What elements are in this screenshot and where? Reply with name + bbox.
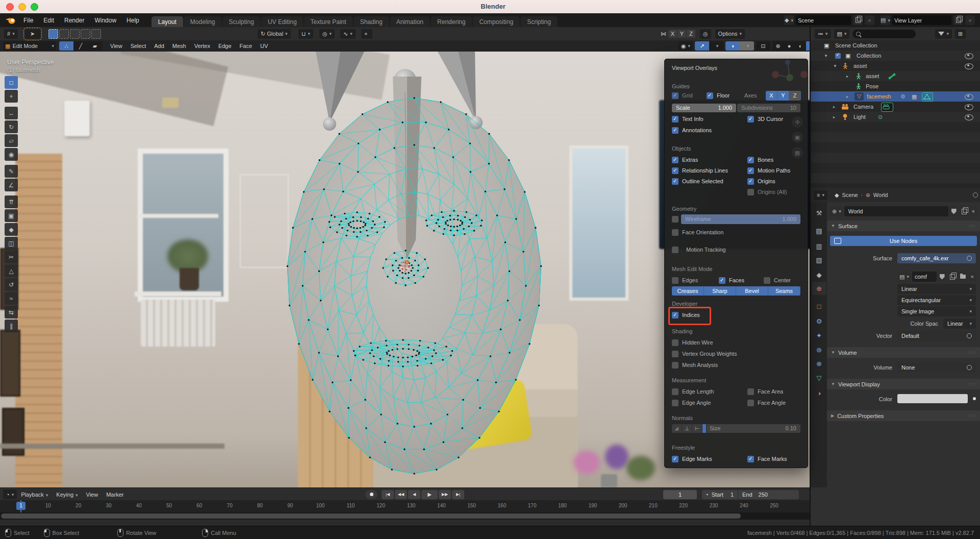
breadcrumb-scene[interactable]: Scene (842, 192, 858, 198)
tool-annotate[interactable]: ✎ (5, 165, 18, 178)
tab-uv-editing[interactable]: UV Editing (261, 16, 304, 27)
wireframe-slider[interactable]: Wireframe1.000 (681, 214, 800, 224)
tab-modifiers[interactable]: ⚙ (812, 314, 826, 328)
tab-modeling[interactable]: Modeling (184, 16, 222, 27)
frame-tick[interactable]: 230 (705, 503, 722, 508)
fake-user-shield-icon[interactable] (949, 206, 959, 216)
frame-tick[interactable]: 120 (372, 503, 390, 508)
menu-file[interactable]: File (18, 13, 38, 27)
surface-value-button[interactable]: comfy_cafe_4k.exr (897, 253, 976, 263)
transform-orientation-dropdown[interactable]: ↻ Global▾ (258, 29, 291, 39)
scene-browse-icon[interactable]: ◆▾ (784, 15, 794, 25)
scene-selector[interactable]: Scene (796, 15, 851, 25)
tool-spin[interactable]: ↺ (5, 278, 18, 291)
volume-panel-header[interactable]: ▼ Volume∷∷ (827, 347, 980, 358)
remove-viewlayer-icon[interactable]: × (965, 15, 975, 25)
eye-icon[interactable] (965, 53, 973, 59)
bones-checkbox[interactable] (747, 157, 754, 163)
face-select-button[interactable]: ▰ (88, 41, 102, 51)
tab-layout[interactable]: Layout (152, 16, 184, 27)
tool-transform[interactable]: ◉ (5, 148, 18, 161)
frame-tick[interactable]: 240 (735, 503, 752, 508)
image-name-field[interactable]: comf (912, 272, 937, 282)
editor-type-button[interactable]: #▾ (4, 29, 18, 39)
tool-knife[interactable]: ✂ (5, 251, 18, 263)
timeline-menu-keying[interactable]: Keying▾ (52, 492, 82, 498)
outliner-filter-type-dropdown[interactable]: ▤▾ (834, 29, 850, 39)
menu-render[interactable]: Render (59, 13, 89, 27)
frame-tick[interactable]: 70 (221, 503, 238, 508)
viewlayer-browse-icon[interactable]: ▤▾ (881, 15, 890, 25)
sharp-button[interactable]: Sharp (704, 286, 736, 296)
custom-properties-panel-header[interactable]: ▶ Custom Properties∷∷ (827, 410, 980, 421)
frame-tick[interactable]: 200 (614, 503, 632, 508)
tool-measure[interactable]: ∠ (5, 179, 18, 191)
tab-texture-paint[interactable]: Texture Paint (304, 16, 354, 27)
solid-shading-button[interactable]: ● (784, 41, 795, 51)
tool-edge-slide[interactable]: ⇆ (5, 306, 18, 318)
timeline-ruler[interactable]: 1102030405060708090100110120130140150160… (0, 500, 810, 512)
viewport-display-panel-header[interactable]: ▼ Viewport Display∷∷ (827, 379, 980, 389)
timeline-menu-view[interactable]: View (82, 492, 103, 498)
eye-icon[interactable] (965, 94, 973, 100)
source-dropdown[interactable]: Single Image▾ (897, 306, 976, 316)
eye-icon[interactable] (965, 63, 973, 69)
menu-window[interactable]: Window (89, 13, 121, 27)
frame-tick[interactable]: 140 (433, 503, 450, 508)
outliner-row-scene-collection[interactable]: ▣ Scene Collection (811, 40, 980, 51)
overlays-toggle[interactable]: ◑ (725, 41, 740, 51)
tab-output[interactable]: ▥ (812, 239, 826, 253)
face-marks-checkbox[interactable] (747, 456, 754, 462)
tool-select-box[interactable]: □ (5, 76, 18, 89)
grid-scale-slider[interactable]: Scale1.000 (672, 104, 736, 112)
wireframe-checkbox[interactable] (672, 216, 679, 223)
show-object-types-dropdown[interactable]: ◉▾ (679, 41, 693, 51)
outliner-row-pose[interactable]: Pose (811, 81, 980, 91)
tab-physics[interactable]: ⊚ (812, 343, 826, 356)
creases-button[interactable]: Creases (672, 286, 704, 296)
snap-dropdown[interactable]: ⊔▾ (298, 29, 313, 39)
start-frame-field[interactable]: Start1 (712, 492, 734, 498)
volume-value-button[interactable]: None (897, 362, 976, 373)
mode-dropdown[interactable]: ▦ Edit Mode▾ (3, 41, 56, 51)
tab-object-data[interactable]: ▽ (812, 371, 826, 384)
current-frame-field[interactable]: 1 (663, 490, 697, 499)
surface-panel-header[interactable]: ▼ Surface∷∷ (827, 220, 980, 231)
end-frame-field[interactable]: End250 (742, 492, 768, 498)
frame-tick[interactable]: 150 (463, 503, 481, 508)
tool-scale[interactable]: ▱ (5, 134, 18, 147)
bevel-button[interactable]: Bevel (736, 286, 768, 296)
tool-inset[interactable]: ▣ (5, 209, 18, 222)
proportional-size-icon[interactable]: ◎ (700, 29, 711, 39)
grid-checkbox[interactable] (672, 92, 679, 99)
frame-tick[interactable]: 220 (675, 503, 692, 508)
view-layer-selector[interactable]: View Layer (892, 15, 951, 25)
tab-sculpting[interactable]: Sculpting (222, 16, 261, 27)
tool-extrude[interactable]: ⇈ (5, 195, 18, 208)
grid-subdivisions-slider[interactable]: Subdivisions10 (737, 104, 800, 112)
play-button[interactable]: ▶ (421, 490, 438, 499)
origins-checkbox[interactable] (747, 178, 754, 185)
relationship-lines-checkbox[interactable] (672, 167, 679, 174)
breadcrumb-world[interactable]: World (873, 192, 888, 198)
frame-tick[interactable]: 10 (39, 503, 57, 508)
proportional-editing-dropdown[interactable]: ◎▾ (319, 29, 335, 39)
select-subtract-button[interactable] (70, 29, 80, 39)
active-tool-icon[interactable]: ➤ (25, 29, 40, 39)
vertex-normals-button[interactable]: ⊿ (672, 424, 682, 433)
tool-cursor[interactable]: + (5, 90, 18, 103)
mirror-z-button[interactable]: Z (687, 30, 696, 38)
viewport-menu-edge[interactable]: Edge (214, 43, 236, 49)
unlink-image-icon[interactable]: × (969, 272, 976, 282)
play-reverse-button[interactable]: ◀ (408, 490, 420, 499)
outliner-row-asset[interactable]: ▼ asset (811, 61, 980, 71)
tab-shading[interactable]: Shading (354, 16, 390, 27)
unlink-datablock-icon[interactable]: × (970, 206, 977, 216)
select-invert-button[interactable] (81, 29, 90, 39)
faces-checkbox[interactable] (719, 277, 725, 284)
face-normals-button[interactable]: ⊢ (692, 424, 702, 433)
gizmos-toggle[interactable]: ↗ (695, 41, 709, 51)
next-keyframe-button[interactable]: ▶▶ (439, 490, 451, 499)
use-preview-range-icon[interactable]: ◔ (705, 492, 709, 498)
tab-view-layer[interactable]: ▧ (812, 253, 826, 266)
